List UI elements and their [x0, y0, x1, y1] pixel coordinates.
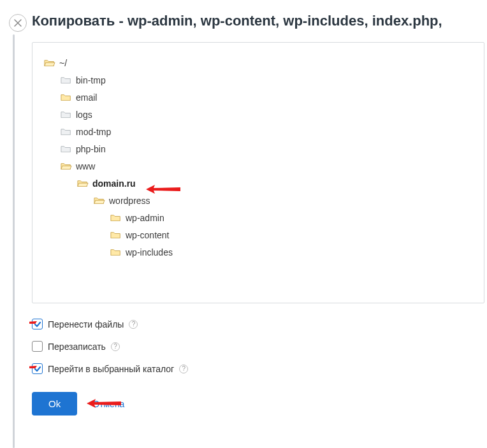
tree-node-wordpress[interactable]: wordpress [41, 192, 475, 209]
tree-node-label: email [76, 92, 97, 103]
tree-node-label: bin-tmp [76, 75, 106, 85]
checkbox-row-go-to-dir: Перейти в выбранный каталог ? [32, 363, 487, 374]
checkbox-row-move-files: Перенести файлы ? [32, 319, 487, 329]
close-button[interactable] [9, 14, 27, 32]
help-icon[interactable]: ? [129, 320, 138, 329]
close-icon [14, 19, 22, 27]
folder-closed-icon [61, 76, 72, 85]
folder-open-icon [77, 179, 89, 188]
directory-tree: ~/ bin-tmp email logs mod-tmp php-bin ww… [32, 42, 484, 303]
help-icon[interactable]: ? [179, 365, 188, 373]
tree-node-label: logs [76, 110, 92, 120]
options-section: Перенести файлы ? Перезаписать ? Перейти… [32, 319, 487, 415]
tree-node-label: www [76, 161, 95, 171]
tree-node-logs[interactable]: logs [41, 106, 475, 123]
tree-node-mod-tmp[interactable]: mod-tmp [41, 123, 475, 140]
tree-node-label: wp-content [126, 230, 169, 240]
checkbox-label: Перейти в выбранный каталог [48, 364, 174, 374]
copy-dialog: Копировать - wp-admin, wp-content, wp-in… [32, 13, 487, 415]
checkbox-move-files[interactable] [32, 319, 43, 329]
folder-open-icon [94, 196, 105, 205]
folder-closed-icon [61, 127, 72, 136]
tree-node-label: wp-includes [126, 247, 173, 257]
tree-node-php-bin[interactable]: php-bin [41, 140, 475, 157]
dialog-actions: Ok Отмена [32, 392, 487, 415]
tree-node-domain[interactable]: domain.ru [41, 175, 475, 192]
checkbox-label: Перезаписать [48, 342, 106, 352]
tree-node-wp-content[interactable]: wp-content [41, 226, 475, 243]
tree-node-label: wordpress [109, 196, 150, 206]
tree-node-root[interactable]: ~/ [41, 54, 475, 71]
cancel-button[interactable]: Отмена [90, 396, 127, 412]
tree-node-www[interactable]: www [41, 157, 475, 175]
folder-closed-icon [61, 145, 72, 154]
tree-node-bin-tmp[interactable]: bin-tmp [41, 71, 475, 89]
folder-closed-icon [61, 110, 72, 119]
tree-node-label: domain.ru [92, 178, 136, 189]
tree-node-wp-admin[interactable]: wp-admin [41, 209, 475, 226]
checkbox-label: Перенести файлы [48, 319, 124, 329]
tree-node-email[interactable]: email [41, 89, 475, 106]
dialog-title: Копировать - wp-admin, wp-content, wp-in… [32, 13, 487, 29]
folder-closed-icon [61, 93, 72, 102]
ok-button[interactable]: Ok [32, 392, 77, 415]
check-icon [34, 365, 41, 373]
tree-node-label: mod-tmp [76, 127, 111, 137]
panel-left-edge [13, 34, 15, 448]
folder-closed-icon [110, 213, 122, 222]
tree-node-label: wp-admin [126, 213, 164, 223]
folder-closed-icon [110, 231, 122, 240]
folder-open-icon [44, 59, 55, 68]
checkbox-go-to-dir[interactable] [32, 363, 43, 374]
tree-node-label: ~/ [59, 58, 67, 68]
checkbox-row-overwrite: Перезаписать ? [32, 341, 487, 352]
folder-open-icon [61, 162, 72, 171]
folder-closed-icon [110, 248, 122, 257]
checkbox-overwrite[interactable] [32, 341, 43, 352]
help-icon[interactable]: ? [111, 342, 120, 351]
tree-node-wp-includes[interactable]: wp-includes [41, 243, 475, 261]
check-icon [34, 321, 41, 328]
tree-node-label: php-bin [76, 144, 106, 154]
